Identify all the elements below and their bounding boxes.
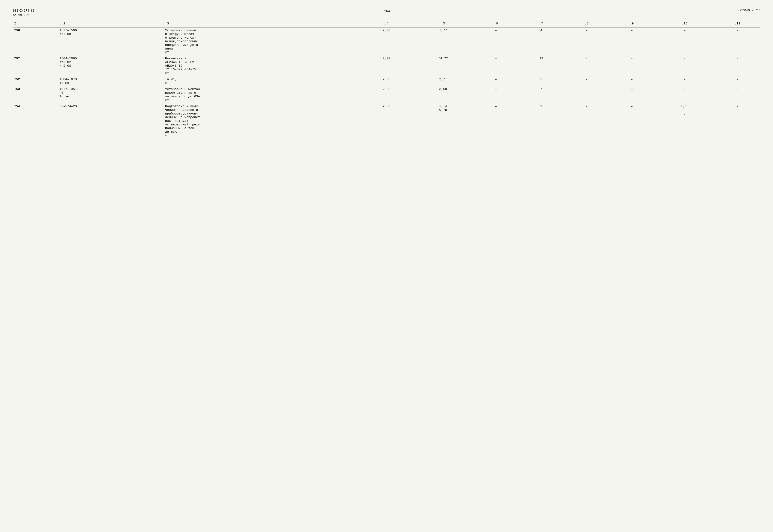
row-id: I50 [13,27,58,56]
col-header-11: :II [715,20,760,27]
row-col9: –– [609,103,654,139]
row-col6: –– [473,103,519,139]
row-col7: 2– [519,103,564,139]
doc-sub: Ал.19 ч.2 [13,13,35,18]
row-col8: –– [564,27,609,56]
row-col8: – [564,76,609,86]
row-col10: –– [654,86,715,103]
row-desc: Выключатель АЕ2046–IОРУЗ–Б= АЕ2043–IO ТУ… [164,56,360,76]
row-id: I5I [13,56,58,76]
main-table: I : 2 :3 :4 :5 :6 :7 :8 :9 :IO :II I50 I… [13,20,760,139]
row-code: I504–I060 K=I,02 K=I,08 [58,56,164,76]
row-col7: 7– [519,86,564,103]
row-col10: – [654,76,715,86]
row-col11: –– [715,56,760,76]
row-desc: Установка и монтаж выключателя авто- мат… [164,86,360,103]
row-col7: 29– [519,56,564,76]
row-col4: 2,00 [360,103,413,139]
col-header-7: :7 [519,20,564,27]
header-right: 23946 - 17 [740,9,760,12]
row-col5: 3,50– [413,86,473,103]
row-col10: –– [654,27,715,56]
row-col10: I,00–. [654,103,715,139]
col-header-5: :5 [413,20,473,27]
row-col9: – [609,76,654,86]
row-col5: I4,72– [413,56,473,76]
header-left: 903-I-274.89 Ал.19 ч.2 [13,9,35,18]
col-header-6: :6 [473,20,519,27]
row-desc: Установка панели в шкафу и щитах открыто… [164,27,360,56]
row-desc: То же, шт [164,76,360,86]
col-header-8: :8 [564,20,609,27]
col-header-1: I [13,20,58,27]
col-header-10: :IO [654,20,715,27]
table-row: I50 I5I7–I506 K=I,08 Установка панели в … [13,27,760,56]
row-id: I52 [13,76,58,86]
row-col4: 2,00 [360,76,413,86]
page-number: - 154 - [380,9,394,13]
row-col7: 4– [519,27,564,56]
table-row: I54 Ц8–574–23 Подготовка к вклю- чению а… [13,103,760,139]
row-col8: 2– [564,103,609,139]
row-code: Ц8–574–23 [58,103,164,139]
doc-index: 23946 - 17 [740,9,760,12]
row-id: I54 [13,103,58,139]
row-col8: –– [564,86,609,103]
col-header-2: : 2 [58,20,164,27]
row-col4: 2,00 [360,27,413,56]
row-col7: 5 [519,76,564,86]
row-col5: I,I40,78– [413,103,473,139]
row-col11: 2– [715,103,760,139]
row-col6: –– [473,56,519,76]
row-col4: 2,00 [360,86,413,103]
page-header: 903-I-274.89 Ал.19 ч.2 - 154 - 23946 - 1… [13,9,760,18]
row-col9: –– [609,27,654,56]
doc-number: 903-I-274.89 [13,9,35,13]
col-header-9: :9 [609,20,654,27]
header-center: - 154 - [35,9,740,13]
row-col9: ––– [609,86,654,103]
row-col10: –– [654,56,715,76]
row-code: I504–I073 То же [58,76,164,86]
row-col4: 2,00 [360,56,413,76]
row-id: I53 [13,86,58,103]
table-header-row: I : 2 :3 :4 :5 :6 :7 :8 :9 :IO :II [13,20,760,27]
row-desc: Подготовка к вклю- чению аппаратов и при… [164,103,360,139]
row-col9: –– [609,56,654,76]
col-header-4: :4 [360,20,413,27]
table-row: I52 I504–I073 То же То же, шт 2,00 2,7I … [13,76,760,86]
row-col6: –– [473,86,519,103]
row-col6: –– [473,27,519,56]
row-col5: 2,7I [413,76,473,86]
row-col11: –– [715,86,760,103]
row-code: I5I7–I506 K=I,08 [58,27,164,56]
row-code: I5I7–I35I– –6 То же [58,86,164,103]
row-col11: – [715,76,760,86]
col-header-3: :3 [164,20,360,27]
table-row: I5I I504–I060 K=I,02 K=I,08 Выключатель … [13,56,760,76]
row-col5: I,77– [413,27,473,56]
row-col8: –– [564,56,609,76]
row-col6: – [473,76,519,86]
table-row: I53 I5I7–I35I– –6 То же Установка и монт… [13,86,760,103]
row-col11: –– [715,27,760,56]
